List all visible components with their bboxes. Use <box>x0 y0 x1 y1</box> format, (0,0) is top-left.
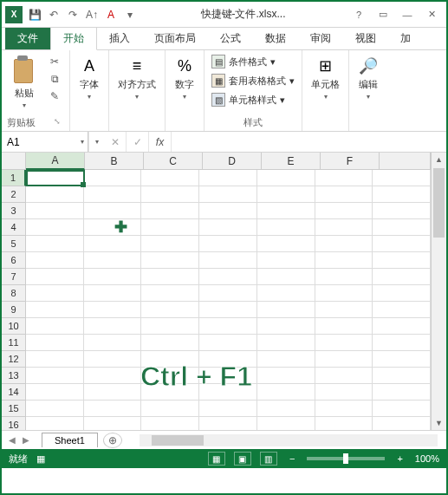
cell[interactable] <box>141 384 199 401</box>
cell[interactable] <box>141 170 199 186</box>
cell[interactable] <box>257 384 315 401</box>
font-group-button[interactable]: A字体▾ <box>75 54 103 102</box>
help-button[interactable]: ? <box>347 6 370 23</box>
view-page-layout-button[interactable]: ▣ <box>234 452 251 466</box>
cell[interactable] <box>141 417 199 430</box>
cell[interactable] <box>199 170 257 186</box>
cell[interactable] <box>315 170 373 186</box>
zoom-in-button[interactable]: + <box>393 453 406 464</box>
qat-more-button[interactable]: ▾ <box>121 6 139 23</box>
cell[interactable] <box>199 269 257 285</box>
cell[interactable] <box>315 285 373 302</box>
cell[interactable] <box>141 368 199 384</box>
cell[interactable] <box>315 302 373 318</box>
cell[interactable] <box>199 368 257 384</box>
hscroll-thumb[interactable] <box>152 435 204 446</box>
cell[interactable] <box>84 170 142 186</box>
cell[interactable] <box>373 417 431 430</box>
cell[interactable] <box>373 269 431 285</box>
scroll-thumb[interactable] <box>433 168 445 238</box>
cell[interactable] <box>199 186 257 203</box>
conditional-formatting-button[interactable]: ▤条件格式▾ <box>210 54 296 69</box>
cell[interactable] <box>199 401 257 417</box>
col-header-f[interactable]: F <box>321 153 380 170</box>
cell[interactable] <box>26 417 84 430</box>
redo-button[interactable]: ↷ <box>64 6 81 23</box>
cell[interactable] <box>141 252 199 269</box>
row-header-5[interactable]: 5 <box>2 236 26 252</box>
tab-view[interactable]: 视图 <box>343 28 388 49</box>
number-group-button[interactable]: %数字▾ <box>171 54 198 102</box>
row-header-15[interactable]: 15 <box>2 401 26 417</box>
cell[interactable] <box>257 236 315 252</box>
cell[interactable] <box>26 269 84 285</box>
cell[interactable] <box>84 269 142 285</box>
cell[interactable] <box>257 417 315 430</box>
cut-button[interactable]: ✂ <box>45 54 64 69</box>
col-header-extra[interactable] <box>380 153 431 170</box>
new-sheet-button[interactable]: ⊕ <box>103 433 122 448</box>
cell[interactable] <box>315 401 373 417</box>
cell[interactable] <box>315 318 373 335</box>
row-header-16[interactable]: 16 <box>2 417 26 430</box>
cell[interactable] <box>199 351 257 368</box>
cell[interactable] <box>199 236 257 252</box>
sheet-next-button[interactable]: ▶ <box>19 435 33 445</box>
close-button[interactable]: ✕ <box>420 6 443 23</box>
cell[interactable] <box>373 252 431 269</box>
view-normal-button[interactable]: ▦ <box>208 452 225 466</box>
row-header-3[interactable]: 3 <box>2 203 26 219</box>
cell[interactable] <box>257 401 315 417</box>
cell[interactable] <box>141 285 199 302</box>
font-color-button[interactable]: A <box>102 6 120 23</box>
cell[interactable] <box>84 417 142 430</box>
row-header-7[interactable]: 7 <box>2 269 26 285</box>
cell[interactable] <box>373 401 431 417</box>
zoom-slider[interactable] <box>307 457 385 460</box>
format-painter-button[interactable]: ✎ <box>45 88 64 104</box>
cell[interactable] <box>373 335 431 351</box>
cell[interactable] <box>84 186 142 203</box>
cell[interactable] <box>373 236 431 252</box>
tab-addins[interactable]: 加 <box>388 28 423 49</box>
cell[interactable] <box>26 186 84 203</box>
row-header-2[interactable]: 2 <box>2 186 26 203</box>
ribbon-display-button[interactable]: ▭ <box>372 6 394 23</box>
row-header-12[interactable]: 12 <box>2 351 26 368</box>
cell[interactable] <box>84 335 142 351</box>
cell[interactable] <box>26 401 84 417</box>
cell[interactable] <box>199 417 257 430</box>
cell[interactable] <box>257 186 315 203</box>
clipboard-expand-button[interactable]: ⤡ <box>54 117 64 127</box>
cell[interactable] <box>199 302 257 318</box>
cells[interactable] <box>26 170 431 430</box>
cell[interactable] <box>373 186 431 203</box>
row-header-9[interactable]: 9 <box>2 302 26 318</box>
cell[interactable] <box>84 401 142 417</box>
cell[interactable] <box>315 186 373 203</box>
row-header-1[interactable]: 1 <box>2 170 26 186</box>
cell-styles-button[interactable]: ▧单元格样式▾ <box>210 92 296 107</box>
cell[interactable] <box>141 318 199 335</box>
cell[interactable] <box>141 335 199 351</box>
cell[interactable] <box>141 186 199 203</box>
cell[interactable] <box>373 219 431 236</box>
cell[interactable] <box>26 384 84 401</box>
cell[interactable] <box>84 351 142 368</box>
tab-file[interactable]: 文件 <box>5 28 50 49</box>
cell[interactable] <box>84 368 142 384</box>
cell[interactable] <box>26 203 84 219</box>
cell[interactable] <box>199 335 257 351</box>
cell[interactable] <box>257 285 315 302</box>
zoom-out-button[interactable]: − <box>286 453 298 464</box>
cell[interactable] <box>257 335 315 351</box>
cell[interactable] <box>141 203 199 219</box>
cell[interactable] <box>84 203 142 219</box>
vertical-scrollbar[interactable]: ▲ ▼ <box>431 153 446 430</box>
cell[interactable] <box>141 302 199 318</box>
cell[interactable] <box>26 335 84 351</box>
editing-group-button[interactable]: 🔎编辑▾ <box>354 54 382 102</box>
cell[interactable] <box>26 302 84 318</box>
cell[interactable] <box>84 236 142 252</box>
view-page-break-button[interactable]: ▥ <box>260 452 277 466</box>
